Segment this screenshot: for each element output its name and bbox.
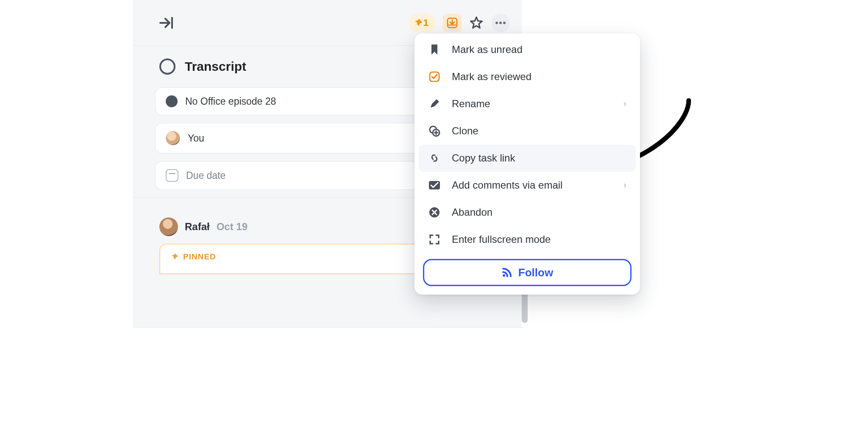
menu-item-mark-unread[interactable]: Mark as unread: [419, 36, 636, 63]
due-date-label: Due date: [186, 170, 225, 181]
menu-item-label: Abandon: [452, 206, 492, 218]
menu-item-label: Mark as unread: [452, 44, 523, 56]
email-check-icon: [428, 181, 441, 190]
task-status-circle[interactable]: [159, 58, 175, 75]
project-color-dot: [166, 95, 178, 107]
menu-item-label: Clone: [452, 125, 479, 137]
svg-point-2: [499, 22, 502, 24]
menu-item-label: Enter fullscreen mode: [452, 234, 551, 245]
check-box-icon: [428, 71, 441, 82]
assignee-name: You: [188, 133, 204, 144]
inbox-download-icon[interactable]: [443, 14, 462, 32]
menu-item-label: Mark as reviewed: [452, 71, 531, 83]
comment-author-avatar: [159, 217, 178, 236]
close-circle-icon: [428, 207, 441, 218]
menu-item-clone[interactable]: Clone: [419, 117, 636, 145]
comment-date: Oct 19: [217, 221, 248, 233]
pencil-icon: [428, 98, 441, 109]
menu-item-fullscreen[interactable]: Enter fullscreen mode: [419, 226, 636, 253]
task-actions-menu: Mark as unread Mark as reviewed Rename ›: [415, 33, 640, 295]
clone-icon: [428, 125, 441, 137]
calendar-icon: [166, 169, 178, 182]
link-icon: [428, 152, 441, 164]
menu-item-label: Add comments via email: [452, 179, 562, 191]
collapse-icon[interactable]: [159, 17, 174, 29]
svg-point-9: [503, 274, 505, 277]
bookmark-icon: [428, 44, 441, 55]
menu-item-rename[interactable]: Rename ›: [419, 90, 636, 117]
pinned-label-text: PINNED: [183, 252, 216, 262]
task-title: Transcript: [185, 59, 246, 74]
project-name: No Office episode 28: [185, 96, 276, 107]
fullscreen-icon: [428, 234, 441, 245]
menu-item-copy-task-link[interactable]: Copy task link: [419, 145, 636, 172]
svg-point-1: [495, 22, 498, 24]
menu-item-add-comments-email[interactable]: Add comments via email ›: [419, 172, 636, 199]
svg-point-3: [503, 22, 506, 24]
menu-item-label: Rename: [452, 98, 490, 110]
menu-item-label: Copy task link: [452, 152, 515, 164]
comment-author-name: Rafał: [185, 221, 210, 233]
rss-icon: [501, 267, 512, 278]
chevron-right-icon: ›: [623, 180, 626, 191]
pinned-count-badge[interactable]: 1: [409, 14, 435, 32]
pinned-count: 1: [423, 17, 428, 28]
follow-button[interactable]: Follow: [423, 259, 632, 286]
menu-item-mark-reviewed[interactable]: Mark as reviewed: [419, 63, 636, 90]
assignee-avatar: [166, 131, 180, 145]
more-menu-button[interactable]: [491, 14, 510, 32]
pin-icon: [170, 253, 179, 261]
follow-label: Follow: [518, 266, 553, 279]
chevron-right-icon: ›: [623, 98, 626, 109]
menu-item-abandon[interactable]: Abandon: [419, 199, 636, 226]
star-icon[interactable]: [469, 16, 484, 30]
